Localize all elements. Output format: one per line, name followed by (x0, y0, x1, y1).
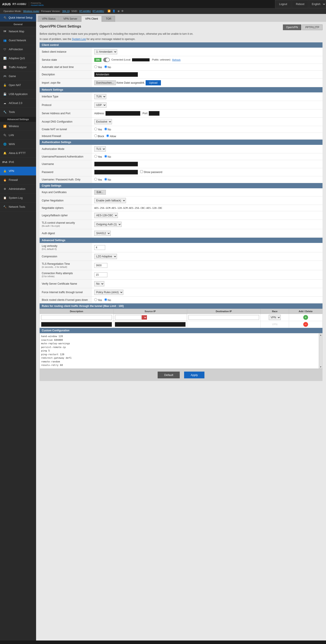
routing-source-2[interactable] (115, 322, 186, 327)
inbound-fw-allow-label[interactable]: Allow (106, 135, 116, 138)
sidebar-item-wireless[interactable]: 📶 Wireless (0, 122, 36, 131)
block-routed-yes-radio[interactable] (94, 298, 97, 301)
show-password-label[interactable]: Show password (144, 170, 162, 174)
force-traffic-select[interactable]: Policy Rules (strict) (94, 290, 123, 295)
reboot-button[interactable]: Reboot (292, 0, 308, 8)
cipher-neg-select[interactable]: Enable (with fallback) (94, 198, 126, 203)
sidebar-item-system-log[interactable]: 📋 System Log (0, 194, 36, 202)
address-input[interactable] (105, 111, 140, 116)
sidebar-item-adaptive-qos[interactable]: 📊 Adaptive QoS (0, 54, 36, 63)
username-pw-only-no-label[interactable]: No (104, 178, 111, 181)
service-state-toggle[interactable]: ON (94, 58, 101, 62)
scrollbar[interactable]: ▲ ▼ (319, 333, 322, 368)
sidebar-item-game[interactable]: 🎮 Game (0, 72, 36, 81)
toggle-slider[interactable] (103, 58, 110, 62)
sidebar-item-network-tools[interactable]: 🔨 Network Tools (0, 202, 36, 212)
routing-desc-2[interactable] (41, 322, 112, 327)
log-verbosity-input[interactable] (94, 245, 105, 250)
routing-dest-1[interactable] (188, 315, 259, 320)
routing-add-button[interactable]: + (303, 315, 308, 320)
description-input[interactable] (94, 72, 138, 77)
sidebar-item-tools[interactable]: 🔧 Tools (0, 108, 36, 117)
default-button[interactable]: Default (158, 372, 180, 378)
tab-vpn-client[interactable]: VPN Client (81, 16, 102, 22)
sidebar-item-aiprotection[interactable]: 🛡 AiProtection (0, 45, 36, 54)
sidebar-item-guest-network[interactable]: 👥 Guest Network (0, 36, 36, 45)
port-input[interactable] (149, 111, 160, 116)
quick-internet-setup[interactable]: 🔌 Quick Internet Setup (0, 14, 36, 22)
block-routed-no-label[interactable]: No (104, 299, 111, 302)
tab-tor[interactable]: TOR (102, 16, 115, 22)
password-input[interactable] (94, 170, 138, 174)
routing-desc-1[interactable] (41, 315, 112, 320)
sidebar-item-alexa[interactable]: 🔔 Alexa & IFTTT (0, 149, 36, 158)
create-nat-no-label[interactable]: No (104, 128, 111, 131)
username-pw-only-no-radio[interactable] (104, 178, 107, 181)
username-pw-only-yes-radio[interactable] (94, 178, 97, 181)
routing-remove-button[interactable]: − (303, 322, 308, 327)
inbound-fw-block-radio[interactable] (94, 134, 97, 137)
sidebar-item-network-map[interactable]: 🗺 Network Map (0, 27, 36, 36)
keys-certs-edit-button[interactable]: Edit... (94, 190, 106, 195)
sidebar-item-ipv6[interactable]: IPv6 IPv6 (0, 158, 36, 167)
sidebar-item-lan[interactable]: 🔌 LAN (0, 131, 36, 140)
sidebar-item-traffic-analyzer[interactable]: 📈 Traffic Analyzer (0, 63, 36, 72)
interface-type-select[interactable]: TUN (94, 94, 106, 99)
scroll-up-icon[interactable]: ▲ (320, 334, 322, 336)
select-instance-dropdown[interactable]: 1: Amsterdam (94, 49, 117, 54)
auto-start-yes-label[interactable]: Yes (94, 66, 102, 69)
openvpn-button[interactable]: OpenVPN (283, 24, 301, 30)
system-log-link[interactable]: System Log (72, 38, 86, 41)
block-routed-yes-label[interactable]: Yes (94, 299, 102, 302)
sidebar-item-open-nat[interactable]: 🔓 Open NAT (0, 81, 36, 90)
operation-mode-value[interactable]: Wireless router (23, 10, 39, 12)
block-routed-no-radio[interactable] (104, 298, 107, 301)
legacy-cipher-select[interactable]: AES-128-CBC (94, 213, 118, 218)
create-nat-no-radio[interactable] (104, 128, 107, 130)
browse-button[interactable]: Durchsuchen... (94, 80, 116, 85)
username-input[interactable] (94, 162, 138, 166)
upload-button[interactable]: Upload (146, 80, 161, 86)
sidebar-item-firewall[interactable]: 🔥 Firewall (0, 176, 36, 184)
create-nat-yes-radio[interactable] (94, 128, 97, 130)
protocol-select[interactable]: UDP (94, 102, 107, 108)
username-pw-yes-radio[interactable] (94, 155, 97, 158)
custom-config-textarea[interactable]: hand-window 120 inactive 604800 mute-rep… (40, 333, 319, 368)
tab-vpn-server[interactable]: VPN Server (60, 16, 81, 22)
auth-digest-select[interactable]: SHA512 (94, 231, 111, 236)
sidebar-item-vpn[interactable]: 🔒 VPN (0, 167, 36, 176)
pptp-l2tp-button[interactable]: PPTP/L2TP (302, 24, 322, 30)
auto-start-no-radio[interactable] (104, 65, 107, 68)
tls-reneg-input[interactable] (94, 263, 107, 268)
username-pw-yes-label[interactable]: Yes (94, 155, 102, 158)
compression-select[interactable]: LZO Adaptive (94, 254, 117, 259)
verify-cert-select[interactable]: No (94, 281, 104, 286)
inbound-fw-allow-radio[interactable] (106, 134, 109, 137)
sidebar-item-administration[interactable]: ⚙ Administration (0, 184, 36, 194)
routing-source-mask-1[interactable] (142, 315, 147, 320)
firmware-value[interactable]: 384.19 (62, 10, 70, 12)
inbound-fw-block-label[interactable]: Block (94, 135, 104, 138)
tab-vpn-status[interactable]: VPN Status (38, 16, 59, 22)
username-pw-no-radio[interactable] (104, 155, 107, 158)
show-password-checkbox[interactable] (140, 170, 143, 173)
conn-retry-input[interactable] (94, 272, 107, 277)
ssid1-value[interactable]: RT-AX88U (79, 10, 91, 12)
tls-control-select[interactable]: Outgoing Auth (1) (94, 222, 122, 227)
language-select[interactable]: English (309, 0, 326, 8)
apply-button[interactable]: Apply (184, 372, 204, 378)
auth-mode-select[interactable]: TLS (94, 146, 106, 152)
logout-button[interactable]: Logout (275, 0, 291, 8)
auto-start-no-label[interactable]: No (104, 66, 111, 69)
create-nat-yes-label[interactable]: Yes (94, 128, 102, 131)
accept-dns-select[interactable]: Exclusive (94, 119, 112, 124)
sidebar-item-aicloud[interactable]: ☁ AiCloud 2.0 (0, 99, 36, 108)
username-pw-no-label[interactable]: No (104, 155, 111, 158)
sidebar-item-usb-application[interactable]: 💾 USB Application (0, 90, 36, 99)
auto-start-yes-radio[interactable] (94, 65, 97, 68)
scroll-down-icon[interactable]: ▼ (320, 366, 322, 368)
ssid2-value[interactable]: RT-AX88U (93, 10, 104, 12)
routing-source-1[interactable] (115, 315, 141, 320)
refresh-link[interactable]: Refresh (172, 58, 181, 61)
username-pw-only-yes-label[interactable]: Yes (94, 178, 102, 181)
